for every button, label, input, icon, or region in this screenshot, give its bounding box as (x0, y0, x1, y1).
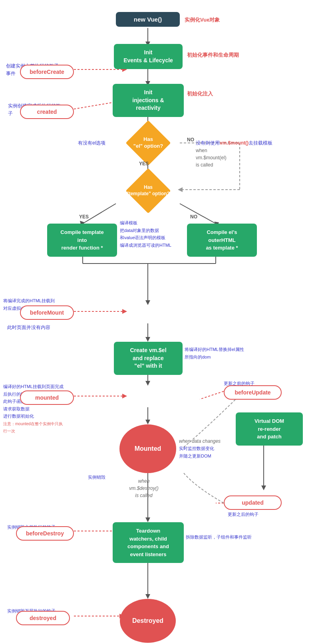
svg-marker-39 (122, 394, 127, 398)
created-box: created (20, 105, 74, 119)
destroyed-circle-label: Destroyed (120, 599, 176, 643)
init-events-label: Init Events & Lifecycle (114, 44, 183, 69)
when-data-changes: when data changes 实时监控数据变化 并随之更新DOM (179, 437, 235, 459)
before-create-label: beforeCreate (20, 65, 74, 79)
init-injections-annotation: 初始化注入 (187, 90, 213, 97)
before-mount-box: beforeMount (20, 305, 74, 320)
new-vue-label: new Vue() (116, 12, 180, 27)
diagram-container: new Vue() 实例化Vue对象 Init Events & Lifecyc… (0, 0, 336, 644)
has-el-annotation-left: 有没有el选项 (78, 139, 105, 147)
before-update-box: beforeUpdate (224, 385, 282, 400)
init-events-annotation: 初始化事件和生命周期 (187, 51, 239, 59)
virtual-dom-box: Virtual DOM re-render and patch (236, 412, 303, 446)
virtual-dom-label: Virtual DOM re-render and patch (236, 412, 303, 446)
create-vm-box: Create vm.$el and replace "el" with it (114, 342, 183, 375)
before-destroy-box: beforeDestroy (16, 526, 74, 541)
teardown-label: Teardown watchers, child components and … (113, 522, 184, 563)
compile-el-box: Compile el's outerHTML as template * (187, 224, 257, 257)
svg-marker-25 (145, 517, 150, 522)
has-template-yes-label: YES (79, 213, 89, 220)
mounted-circle: Mounted (119, 424, 176, 473)
has-el-no-label: NO (187, 136, 194, 143)
compile-template-annotation: 编译模板 把data对象里的数据 和value语法声明的模板 编译成浏览器可读的… (120, 219, 182, 248)
destroyed-box: destroyed (16, 611, 70, 625)
has-template-no-label: NO (190, 213, 197, 220)
before-mount-annotation-bottom: 此时页面并没有内容 (7, 323, 50, 331)
init-injections-label: Init injections & reactivity (113, 84, 184, 117)
create-vm-annotation-right: 将编译好的HTML替换掉el属性 所指向的dom (185, 345, 264, 360)
before-update-label: beforeUpdate (224, 385, 282, 400)
svg-marker-47 (261, 485, 266, 490)
updated-label: updated (224, 495, 282, 510)
compile-template-label: Compile template into render function * (47, 224, 117, 257)
svg-marker-19 (145, 337, 150, 342)
has-el-no-annotation: 没有则使用vm.$mount()去挂载模板 when vm.$mount(el)… (196, 139, 276, 168)
svg-line-10 (180, 204, 216, 224)
new-vue-box: new Vue() (116, 12, 180, 27)
mounted-label: mounted (20, 390, 74, 405)
init-injections-box: Init injections & reactivity (113, 84, 184, 117)
before-destroy-label: beforeDestroy (16, 526, 74, 541)
updated-box: updated (224, 495, 282, 510)
has-template-diamond: Has "template" option? (122, 175, 174, 207)
new-vue-annotation: 实例化Vue对象 (185, 16, 220, 24)
before-create-box: beforeCreate (20, 65, 74, 79)
has-el-yes-label: YES (139, 160, 149, 167)
svg-marker-27 (145, 594, 150, 599)
destroyed-label: destroyed (16, 611, 70, 625)
create-vm-label: Create vm.$el and replace "el" with it (114, 342, 183, 375)
compile-template-box: Compile template into render function * (47, 224, 117, 257)
has-template-label: Has "template" option? (127, 184, 170, 197)
instance-destroy-annotation: 实例销毁 (88, 473, 120, 481)
svg-marker-21 (145, 381, 150, 386)
updated-annotation: 更新之后的钩子 (228, 510, 284, 518)
has-el-label: Has "el" option? (133, 136, 163, 150)
svg-marker-31 (178, 187, 183, 192)
init-events-box: Init Events & Lifecycle (114, 44, 183, 69)
svg-marker-37 (122, 309, 127, 314)
mounted-circle-label: Mounted (119, 424, 176, 473)
svg-marker-23 (145, 420, 150, 424)
teardown-annotation-right: 拆除数据监听，子组件和事件监听 (186, 533, 266, 541)
svg-marker-17 (145, 300, 150, 305)
has-el-diamond: Has "el" option? (122, 127, 174, 159)
destroyed-circle: Destroyed (120, 599, 176, 643)
before-mount-label: beforeMount (20, 305, 74, 320)
when-destroy-annotation: when vm.$destroy() is called (120, 477, 168, 499)
created-label: created (20, 105, 74, 119)
compile-el-label: Compile el's outerHTML as template * (187, 224, 257, 257)
svg-line-40 (200, 391, 224, 399)
teardown-box: Teardown watchers, child components and … (113, 522, 184, 563)
mounted-box: mounted (20, 390, 74, 405)
